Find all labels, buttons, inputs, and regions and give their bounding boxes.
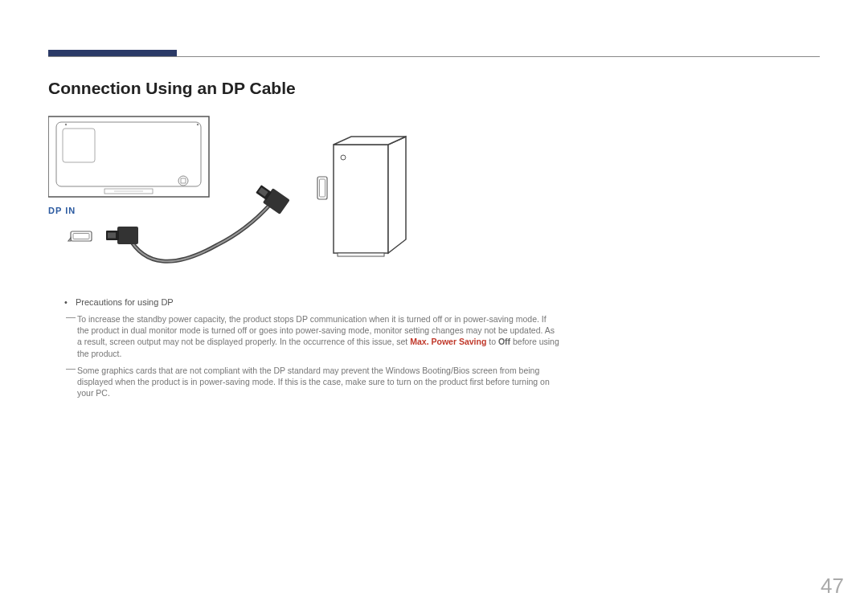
svg-rect-22 <box>338 253 384 256</box>
svg-point-6 <box>197 124 199 125</box>
section-title: Connection Using an DP Cable <box>48 79 296 98</box>
svg-rect-10 <box>73 234 89 239</box>
svg-rect-2 <box>63 129 95 162</box>
svg-rect-12 <box>117 227 138 244</box>
note-2-text: Some graphics cards that are not complia… <box>77 366 550 398</box>
header-rule <box>48 56 820 57</box>
svg-rect-14 <box>108 233 116 239</box>
svg-point-5 <box>65 124 67 125</box>
precautions-label: Precautions for using DP <box>76 297 174 307</box>
svg-rect-1 <box>56 122 201 186</box>
note-2: ― Some graphics cards that are not compl… <box>77 365 559 399</box>
svg-marker-19 <box>388 137 406 253</box>
svg-rect-24 <box>320 179 326 197</box>
header-tab-block <box>48 50 177 56</box>
page-number: 47 <box>821 574 844 599</box>
svg-rect-4 <box>181 178 186 183</box>
note-1: ― To increase the standby power capacity… <box>77 313 559 359</box>
svg-point-3 <box>178 176 188 186</box>
bullet-dot-icon: • <box>64 297 76 307</box>
connection-diagram <box>48 112 426 289</box>
svg-rect-9 <box>71 231 92 241</box>
note-1-max-power-saving: Max. Power Saving <box>410 337 486 346</box>
manual-page: Connection Using an DP Cable <box>0 0 868 613</box>
precautions-bullet: •Precautions for using DP <box>64 297 174 307</box>
note-1-off: Off <box>498 337 510 346</box>
svg-rect-23 <box>317 177 327 199</box>
svg-marker-11 <box>68 238 71 241</box>
svg-rect-18 <box>334 145 388 253</box>
dash-icon: ― <box>66 311 76 324</box>
dash-icon: ― <box>66 362 76 375</box>
port-label-dp-in: DP IN <box>48 206 76 215</box>
note-1-text-mid: to <box>486 337 498 346</box>
